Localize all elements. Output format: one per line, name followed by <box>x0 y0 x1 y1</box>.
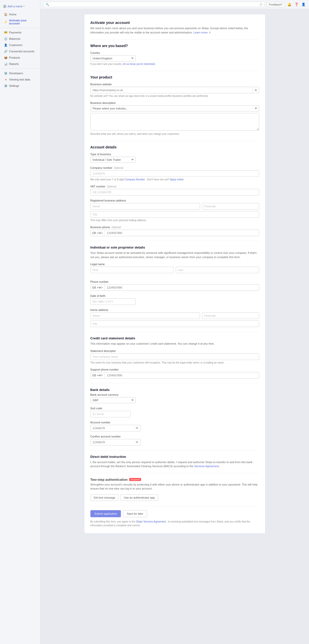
sidebar-item-reports[interactable]: 📊 Reports <box>1 61 39 67</box>
first-name-input[interactable] <box>90 267 174 273</box>
sidebar-item-activate[interactable]: ⚡ Activate your account <box>1 18 39 26</box>
postcode-input[interactable] <box>202 203 259 210</box>
support-phone-label: Support phone number <box>90 368 119 371</box>
business-phone-label: Business phone <box>90 226 110 229</box>
bell-icon[interactable]: 🔔 <box>287 2 292 7</box>
business-type-select[interactable]: Individual / Sole Trader <box>90 157 136 163</box>
user-icon[interactable]: 👤 <box>301 2 306 7</box>
home-street-input[interactable] <box>90 312 200 319</box>
industry-select[interactable]: Please select your industry... <box>90 105 259 111</box>
sort-code-label: Sort code <box>90 407 102 410</box>
sidebar-item-viewing[interactable]: ● Viewing test data <box>1 76 39 83</box>
connected-icon: 🔗 <box>4 50 8 53</box>
search-input[interactable] <box>50 3 259 6</box>
home-city-input[interactable] <box>90 320 259 327</box>
support-phone-field: Support phone number GB +44 ▾ <box>90 368 259 379</box>
company-number-input[interactable] <box>90 170 259 177</box>
sidebar-item-home[interactable]: 🏠 Home <box>1 11 39 17</box>
bank-currency-select[interactable]: GBP <box>90 397 136 403</box>
apply-online-link[interactable]: Apply online <box>170 178 184 181</box>
sidebar-label-payments: Payments <box>9 31 21 34</box>
company-number-link[interactable]: Company Number <box>125 178 145 181</box>
payments-icon: 💳 <box>4 31 8 34</box>
business-website-field: Business website ⊞ No website yet? You c… <box>90 83 259 98</box>
stripe-agreement-link[interactable]: Stripe Services Agreement <box>136 520 166 523</box>
support-phone-chevron: ▾ <box>102 374 103 376</box>
phone-country-selector[interactable]: GB +44 ▾ <box>91 230 105 236</box>
home-postcode-input[interactable] <box>202 312 259 319</box>
statement-descriptor-input[interactable] <box>90 353 259 360</box>
authenticator-button[interactable]: Use an authenticator app <box>121 494 158 501</box>
section-where-based: Where are you based? <box>90 39 259 48</box>
main-content: Activate your account We need to learn m… <box>40 9 309 539</box>
account-number-label: Account number <box>90 421 111 424</box>
phone-number-input[interactable] <box>105 285 259 291</box>
sidebar-item-developers[interactable]: ⚙️ Developers <box>1 70 39 76</box>
bank-currency-field: Bank account currency GBP <box>90 393 259 403</box>
account-icon: 🏢 <box>3 5 7 8</box>
credit-card-title: Credit card statement details <box>90 336 259 340</box>
name-row <box>90 267 259 277</box>
activate-header: Activate your account We need to learn m… <box>90 20 259 34</box>
sidebar-item-products[interactable]: 📦 Products <box>1 55 39 61</box>
divider-3 <box>90 383 259 383</box>
country-select[interactable]: United Kingdom <box>90 55 136 61</box>
street-input[interactable] <box>90 203 200 210</box>
company-number-field: Company number Optional We only need you… <box>90 166 259 181</box>
account-number-input[interactable] <box>91 425 133 431</box>
direct-debit-text: I, the account holder, am the only perso… <box>90 460 259 468</box>
business-description-textarea[interactable] <box>90 113 259 131</box>
divider-5 <box>90 473 259 473</box>
dob-label: Date of birth <box>90 294 106 297</box>
account-selector[interactable]: 🏢 Add a name ▾ <box>0 3 40 10</box>
learn-more-link[interactable]: Learn more <box>193 31 208 34</box>
sidebar-item-settings[interactable]: ⚙️ Settings <box>1 83 39 89</box>
save-later-button[interactable]: Save for later <box>123 510 147 517</box>
vat-number-field: VAT number Optional <box>90 185 259 195</box>
divider-4 <box>90 450 259 450</box>
account-name: Add a name <box>8 5 22 8</box>
last-name-input[interactable] <box>176 267 259 273</box>
website-external-icon[interactable]: ⊞ <box>252 88 259 93</box>
sidebar-item-payments[interactable]: 💳 Payments <box>1 29 39 35</box>
sort-code-input[interactable] <box>90 411 131 417</box>
sidebar-item-customers[interactable]: 👤 Customers <box>1 42 39 48</box>
phone-number-chevron: ▾ <box>102 287 103 289</box>
feedback-button[interactable]: Feedback? <box>267 2 285 7</box>
account-number-field: Account number 👁 <box>90 421 259 431</box>
confirm-account-group: 👁 <box>90 439 141 446</box>
sidebar-label-connected: Connected accounts <box>9 50 34 53</box>
country-link[interactable]: let us know you're interested. <box>123 63 156 65</box>
account-eye-icon[interactable]: 👁 <box>133 425 141 431</box>
confirm-eye-icon[interactable]: 👁 <box>133 439 141 445</box>
search-icon: 🔍 <box>46 3 49 6</box>
help-icon[interactable]: ❓ <box>294 2 299 7</box>
sidebar-item-balances[interactable]: ⚖️ Balances <box>1 36 39 42</box>
text-message-button[interactable]: Get text message <box>90 494 119 501</box>
settings-icon: ⚙️ <box>4 84 8 88</box>
dob-input[interactable] <box>90 298 136 305</box>
confirm-account-input[interactable] <box>91 439 133 445</box>
business-website-input[interactable] <box>91 87 252 93</box>
credit-card-desc: This information may appear on your cust… <box>90 342 259 346</box>
business-phone-input[interactable] <box>105 230 259 236</box>
vat-number-input[interactable] <box>90 189 259 195</box>
sidebar-label-viewing: Viewing test data <box>9 78 30 81</box>
submit-button[interactable]: Submit application <box>90 510 121 517</box>
sole-proprietor-desc: Your Stripe account needs to be activate… <box>90 251 259 259</box>
home-address-field: Home address <box>90 308 259 327</box>
two-step-title: Two-step authentication <box>90 478 128 481</box>
company-number-optional: Optional <box>114 167 123 169</box>
phone-chevron-icon: ▾ <box>102 232 103 234</box>
confirm-account-field: Confirm account number 👁 <box>90 435 259 446</box>
services-agreement-link[interactable]: Services Agreement <box>194 465 219 468</box>
activate-icon: ⚡ <box>4 20 8 24</box>
support-phone-country[interactable]: GB +44 ▾ <box>91 373 105 378</box>
support-phone-input[interactable] <box>105 372 259 378</box>
sidebar: 🏢 Add a name ▾ 🏠 Home ⚡ Activate your ac… <box>0 0 40 644</box>
submit-legal-text: By submitting this form, you agree to th… <box>90 520 259 527</box>
sidebar-item-connected[interactable]: 🔗 Connected accounts <box>1 48 39 54</box>
phone-number-country[interactable]: GB +44 ▾ <box>91 285 105 290</box>
business-phone-group: GB +44 ▾ <box>90 230 259 236</box>
city-input[interactable] <box>90 211 259 218</box>
